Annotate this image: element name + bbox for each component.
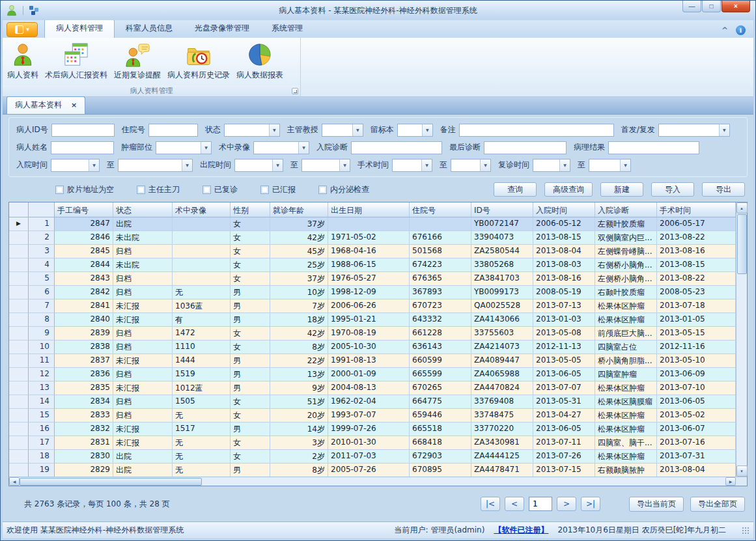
table-cell[interactable]: 2006-06-26 — [328, 299, 410, 313]
table-cell[interactable]: 2832 — [55, 423, 113, 436]
table-cell[interactable]: 女 — [231, 245, 270, 258]
table-cell[interactable]: 661228 — [410, 327, 471, 340]
row-selector[interactable] — [9, 450, 29, 464]
table-cell[interactable]: 未出院 — [113, 231, 173, 245]
horizontal-scroll-thumb[interactable] — [20, 478, 202, 486]
table-row[interactable]: 142834归档1505女51岁1962-02-0466477533769408… — [9, 395, 736, 409]
combo-arrow-icon[interactable]: ▼ — [182, 160, 192, 171]
filter-combo-2-4[interactable]: ▼ — [392, 159, 432, 172]
software-registered-link[interactable]: 【软件已注册】 — [494, 525, 548, 536]
column-header-10[interactable]: 手术时间 — [657, 202, 736, 217]
tab-patient-basic-info[interactable]: 病人基本资料 × — [7, 96, 85, 114]
table-cell[interactable]: QA0025528 — [471, 299, 533, 313]
table-cell[interactable]: 1444 — [173, 354, 231, 368]
table-cell[interactable]: 松果体区肿瘤 — [595, 299, 657, 313]
filter-combo-2-0[interactable]: ▼ — [51, 159, 100, 172]
table-cell[interactable]: 男 — [231, 299, 270, 313]
table-cell[interactable]: 2013-07-13 — [533, 299, 595, 313]
row-selector[interactable] — [9, 395, 29, 409]
table-cell[interactable]: 674223 — [410, 258, 471, 272]
table-cell[interactable]: 2843 — [55, 272, 113, 286]
table-cell[interactable]: 2013-08-15 — [533, 231, 595, 245]
table-cell[interactable]: 2840 — [55, 313, 113, 327]
table-cell[interactable]: 2006-05-12 — [533, 217, 595, 231]
table-cell[interactable]: 女 — [231, 436, 270, 450]
table-row[interactable]: 132835未汇报1012蓝男9岁2004-08-13670265ZA44708… — [9, 381, 736, 395]
table-cell[interactable]: 2831 — [55, 436, 113, 450]
table-cell[interactable]: 33769408 — [471, 395, 533, 409]
table-cell[interactable]: 桥小脑角胆脂... — [595, 354, 657, 368]
table-cell[interactable]: 2005-10-30 — [328, 340, 410, 354]
table-cell[interactable]: 右颞叶胶质瘤 — [595, 286, 657, 299]
table-cell[interactable]: 13岁 — [270, 368, 328, 381]
filter-combo-2-6[interactable]: ▼ — [533, 159, 570, 172]
table-cell[interactable]: 33755603 — [471, 327, 533, 340]
combo-arrow-icon[interactable]: ▼ — [421, 160, 432, 171]
checkbox-2[interactable] — [203, 186, 211, 194]
table-cell[interactable] — [173, 272, 231, 286]
table-cell[interactable]: 2013-05-10 — [657, 354, 736, 368]
table-cell[interactable]: 1036蓝 — [173, 299, 231, 313]
table-cell[interactable]: 2839 — [55, 327, 113, 340]
table-cell[interactable]: 37岁 — [270, 272, 328, 286]
table-cell[interactable]: 643332 — [410, 313, 471, 327]
table-cell[interactable]: 男 — [231, 381, 270, 395]
row-selector[interactable]: ▶ — [9, 217, 29, 231]
table-cell[interactable]: 2830 — [55, 450, 113, 464]
table-cell[interactable]: 2013-07-16 — [657, 436, 736, 450]
table-cell[interactable] — [173, 258, 231, 272]
dialog-launcher-icon[interactable] — [292, 88, 298, 94]
collapse-ribbon-icon[interactable]: ^ — [721, 27, 728, 35]
quick-access-icon[interactable] — [29, 5, 39, 16]
table-cell[interactable]: 归档 — [113, 340, 173, 354]
tab-close-icon[interactable]: × — [71, 102, 77, 109]
table-cell[interactable]: 四脑室占位 — [595, 340, 657, 354]
ribbon-tab-3[interactable]: 系统管理 — [260, 20, 314, 38]
table-cell[interactable]: ZA4143066 — [471, 313, 533, 327]
table-row[interactable]: 82840未汇报有男18岁1995-01-21643332ZA414306620… — [9, 313, 736, 327]
table-cell[interactable]: 女 — [231, 450, 270, 464]
table-cell[interactable]: 2013-07-11 — [533, 436, 595, 450]
checkbox-0[interactable] — [55, 186, 64, 194]
column-header-9[interactable]: 入院诊断 — [595, 202, 657, 217]
row-selector[interactable] — [9, 313, 29, 327]
info-icon[interactable]: i — [736, 25, 746, 35]
column-header-2[interactable]: 术中录像 — [173, 202, 231, 217]
column-header-5[interactable]: 出生日期 — [328, 202, 410, 217]
filter-input-1-4[interactable] — [484, 141, 567, 154]
scroll-up-icon[interactable]: ▲ — [736, 202, 748, 214]
table-cell[interactable]: 2013-08-03 — [533, 258, 595, 272]
filter-combo-2-1[interactable]: ▼ — [118, 159, 193, 172]
table-cell[interactable]: 2000-01-09 — [328, 368, 410, 381]
table-cell[interactable]: 未汇报 — [113, 423, 173, 436]
row-selector[interactable] — [9, 327, 29, 340]
table-cell[interactable]: 归档 — [113, 272, 173, 286]
table-cell[interactable]: 8岁 — [270, 464, 328, 477]
table-cell[interactable]: 2829 — [55, 464, 113, 477]
table-cell[interactable]: 未出院 — [113, 258, 173, 272]
table-cell[interactable]: 2013-08-22 — [657, 231, 736, 245]
table-cell[interactable]: 男 — [231, 368, 270, 381]
table-cell[interactable]: 2835 — [55, 381, 113, 395]
app-menu-button[interactable]: ▾ — [7, 22, 38, 37]
table-cell[interactable]: 2012-11-13 — [533, 340, 595, 354]
table-cell[interactable]: 33770220 — [471, 423, 533, 436]
table-cell[interactable]: 665599 — [410, 368, 471, 381]
table-cell[interactable]: 2844 — [55, 258, 113, 272]
table-cell[interactable]: 左额叶胶质瘤 — [595, 217, 657, 231]
table-cell[interactable]: 2013-05-15 — [657, 327, 736, 340]
table-cell[interactable]: 2004-08-13 — [328, 381, 410, 395]
last-page-button[interactable]: >| — [581, 497, 600, 511]
table-cell[interactable]: 670895 — [410, 464, 471, 477]
combo-arrow-icon[interactable]: ▼ — [298, 142, 309, 154]
table-cell[interactable]: 1110 — [173, 340, 231, 354]
scroll-right-icon[interactable]: ▶ — [725, 477, 736, 486]
table-cell[interactable]: 670723 — [410, 299, 471, 313]
table-cell[interactable]: 未汇报 — [113, 436, 173, 450]
table-cell[interactable]: 右侧桥小脑角... — [595, 258, 657, 272]
combo-arrow-icon[interactable]: ▼ — [339, 160, 350, 171]
table-cell[interactable]: 660599 — [410, 354, 471, 368]
table-cell[interactable]: 1976-05-27 — [328, 272, 410, 286]
table-cell[interactable]: 左侧桥小脑角... — [595, 272, 657, 286]
table-cell[interactable]: 676365 — [410, 272, 471, 286]
